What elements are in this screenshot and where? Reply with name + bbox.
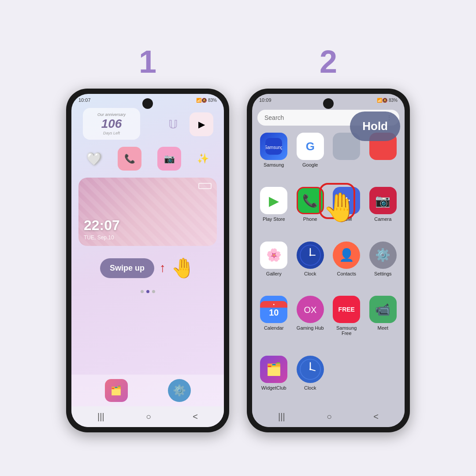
anniversary-sublabel: Days Left (89, 131, 134, 135)
notch-2 (323, 98, 334, 109)
nav-bar-2: ||| ○ < (252, 406, 405, 427)
u-icon[interactable]: 𝕌 (161, 112, 185, 136)
step-1: 1 10:07 📶🔕 83% (66, 44, 229, 432)
contacts-icon: 👤 (333, 242, 360, 269)
app-gaminghub-label: Gaming Hub (297, 325, 324, 331)
highlight-ring (319, 183, 355, 219)
app-samsungfree[interactable]: FREE Samsung Free (332, 296, 361, 348)
search-placeholder: Search (264, 114, 284, 121)
app-settings-label: Settings (374, 271, 392, 276)
battery-bar (198, 183, 212, 189)
app-samsungfree-label: Samsung Free (332, 325, 361, 336)
page-dots (78, 290, 217, 293)
svg-text:Samsung: Samsung (265, 145, 282, 150)
camera-icon-1[interactable]: 📷 (157, 147, 181, 171)
youtube-icon[interactable]: ▶ (190, 112, 213, 136)
gallery-icon: 🌸 (260, 242, 287, 269)
app-gallery[interactable]: 🌸 Gallery (259, 242, 289, 289)
app-samsung[interactable]: Samsung Samsung (259, 133, 289, 180)
app-settings[interactable]: ⚙️ Settings (368, 242, 398, 289)
app-empty-1[interactable] (332, 133, 361, 180)
samsung-icon: Samsung (260, 133, 287, 160)
app-clock-label-1: Clock (304, 271, 316, 276)
swipe-up-area: Swipe up ↑ 🤚 (78, 251, 217, 285)
app-widgetclub[interactable]: 🗂️ WidgetClub (259, 356, 289, 403)
nav-home-1[interactable]: ○ (146, 412, 151, 422)
hand-swipe-icon: 🤚 (171, 257, 195, 279)
dock-1: 🗂️ ⚙️ (71, 375, 224, 406)
app-clock-2[interactable]: Clock (296, 356, 325, 403)
app-row-2: 🤍 📞 📷 ✨ (78, 145, 217, 172)
app-playstore-label: Play Store (263, 216, 285, 222)
phone-1-inner: 10:07 📶🔕 83% Our anniversary 106 (71, 94, 224, 427)
status-icons-1: 📶🔕 83% (196, 98, 217, 103)
app-meet[interactable]: 📹 Meet (368, 296, 398, 348)
app-calendar-label: Calendar (264, 325, 284, 331)
widgetclub-icon: 🗂️ (260, 356, 287, 383)
step-2-number: 2 (320, 44, 337, 80)
nav-recent-2[interactable]: < (373, 412, 379, 422)
dot-1 (141, 290, 144, 293)
app-clock-label-2: Clock (304, 385, 316, 390)
anniversary-label: Our anniversary (89, 112, 134, 117)
hold-bubble: Hold (350, 112, 400, 141)
step-2: 2 10:09 📶🔕 83% Search ⋮ (247, 44, 410, 432)
anniversary-widget: Our anniversary 106 Days Left (83, 108, 140, 140)
dock-apps-icon[interactable]: 🗂️ (105, 379, 128, 402)
app-samsung-label: Samsung (264, 162, 284, 167)
status-time-1: 10:07 (78, 97, 91, 103)
status-time-2: 10:09 (259, 97, 271, 103)
phone-1: 10:07 📶🔕 83% Our anniversary 106 (66, 89, 229, 432)
app-camera[interactable]: 📷 Camera (368, 187, 398, 234)
phone-2-screen: 10:09 📶🔕 83% Search ⋮ Hold (252, 94, 405, 427)
dot-3 (152, 290, 155, 293)
step-1-number: 1 (139, 44, 156, 80)
app-grid: Samsung Samsung G Google (252, 129, 405, 406)
app-gaminghub[interactable]: OX Gaming Hub (296, 296, 325, 348)
dot-2 (146, 290, 149, 293)
music-time: 22:07 (84, 217, 212, 234)
music-widget: 22:07 TUE, Sep.10 (78, 178, 217, 246)
phone-icon-1[interactable]: 📞 (118, 147, 141, 171)
status-right-2: 📶🔕 83% (377, 98, 398, 103)
gaminghub-icon: OX (297, 296, 324, 323)
nav-back-2[interactable]: ||| (278, 412, 285, 422)
nav-bar-1: ||| ○ < (71, 406, 224, 427)
main-container: 1 10:07 📶🔕 83% (0, 0, 476, 476)
app-gallery-label: Gallery (266, 271, 282, 276)
camera-icon-2-icon: 📷 (369, 187, 397, 214)
settings-icon: ⚙️ (369, 242, 397, 269)
notch-1 (142, 98, 153, 109)
phone-2: 10:09 📶🔕 83% Search ⋮ Hold (247, 89, 410, 432)
swipe-up-button[interactable]: Swipe up (100, 258, 154, 278)
app-calendar[interactable]: ▪ 10 Calendar (259, 296, 289, 348)
status-bar-2: 10:09 📶🔕 83% (252, 94, 405, 104)
app-google-label: Google (302, 162, 318, 167)
nav-recent-1[interactable]: < (193, 412, 198, 422)
music-date: TUE, Sep.10 (84, 234, 212, 241)
heart-icon[interactable]: 🤍 (86, 152, 102, 166)
status-bar-1: 10:07 📶🔕 83% (71, 94, 224, 104)
status-right-1: 📶🔕 83% (196, 98, 217, 103)
playstore-icon: ▶ (260, 187, 287, 214)
phone-2-inner: 10:09 📶🔕 83% Search ⋮ Hold (252, 94, 405, 427)
phone-1-screen: 10:07 📶🔕 83% Our anniversary 106 (71, 94, 224, 427)
nav-home-2[interactable]: ○ (327, 412, 332, 422)
status-icons-2: 📶🔕 83% (377, 98, 398, 103)
svg-text:OX: OX (304, 305, 316, 315)
app-phone-label: Phone (303, 216, 317, 222)
star-icon[interactable]: ✨ (197, 153, 209, 164)
app-camera-label: Camera (374, 216, 391, 222)
app-contacts[interactable]: 👤 Contacts (332, 242, 361, 289)
app-contacts-label: Contacts (337, 271, 356, 276)
app-google[interactable]: G Google (296, 133, 325, 180)
calendar-icon: ▪ 10 (260, 296, 287, 323)
meet-icon: 📹 (369, 296, 397, 323)
home-content-1: Our anniversary 106 Days Left 𝕌 ▶ 🤍 (71, 104, 224, 375)
app-meet-label: Meet (378, 325, 388, 331)
dock-settings-icon[interactable]: ⚙️ (168, 379, 191, 402)
app-clock[interactable]: Clock (296, 242, 325, 289)
app-playstore[interactable]: ▶ Play Store (259, 187, 289, 234)
nav-back-1[interactable]: ||| (97, 412, 104, 422)
samsungfree-icon: FREE (333, 296, 360, 323)
